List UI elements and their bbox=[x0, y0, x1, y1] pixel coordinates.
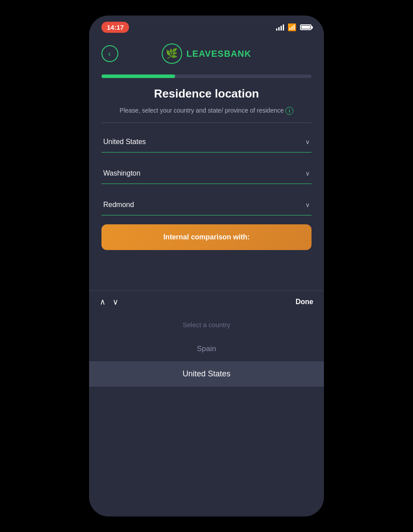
done-button[interactable]: Done bbox=[296, 298, 313, 306]
battery-icon bbox=[300, 24, 312, 30]
status-bar: 14:17 📶 bbox=[89, 16, 324, 36]
state-dropdown[interactable]: Washington ∨ bbox=[101, 161, 312, 184]
comparison-button-label: Internal comparison with: bbox=[164, 233, 250, 241]
state-chevron-icon: ∨ bbox=[305, 170, 310, 177]
city-value: Redmond bbox=[103, 201, 134, 209]
back-button[interactable]: ‹ bbox=[101, 45, 118, 62]
picker-item-united-states[interactable]: United States bbox=[89, 361, 324, 387]
main-content: Residence location Please, select your c… bbox=[89, 87, 324, 290]
logo-circle: 🌿 bbox=[162, 43, 182, 64]
back-arrow-icon: ‹ bbox=[108, 49, 111, 59]
picker-nav: ∧ ∨ bbox=[100, 297, 118, 307]
phone-frame: 14:17 📶 ‹ 🌿 LEAVESBANK Residenc bbox=[89, 16, 324, 516]
picker-toolbar: ∧ ∨ Done bbox=[89, 290, 324, 313]
divider bbox=[101, 122, 312, 123]
picker-list: Select a country Spain United States bbox=[89, 313, 324, 516]
comparison-button[interactable]: Internal comparison with: bbox=[101, 224, 312, 250]
page-title: Residence location bbox=[101, 87, 312, 101]
logo-leaf-icon: 🌿 bbox=[166, 48, 178, 59]
logo: 🌿 LEAVESBANK bbox=[162, 43, 251, 64]
header: ‹ 🌿 LEAVESBANK bbox=[89, 36, 324, 71]
wifi-icon: 📶 bbox=[288, 23, 296, 31]
page-subtitle: Please, select your country and state/ p… bbox=[101, 106, 312, 115]
progress-bar-container bbox=[89, 71, 324, 87]
country-chevron-icon: ∨ bbox=[305, 138, 310, 145]
country-dropdown[interactable]: United States ∨ bbox=[101, 130, 312, 153]
logo-text: LEAVESBANK bbox=[187, 49, 251, 59]
picker-up-button[interactable]: ∧ bbox=[100, 297, 105, 307]
picker-item-placeholder[interactable]: Select a country bbox=[89, 313, 324, 336]
status-time: 14:17 bbox=[101, 22, 129, 33]
progress-fill bbox=[101, 74, 175, 78]
status-icons: 📶 bbox=[276, 23, 312, 31]
state-value: Washington bbox=[103, 169, 140, 177]
city-chevron-icon: ∨ bbox=[305, 201, 310, 208]
progress-track bbox=[101, 74, 312, 78]
picker-down-button[interactable]: ∨ bbox=[113, 297, 118, 307]
country-value: United States bbox=[103, 138, 146, 146]
signal-icon bbox=[276, 24, 284, 31]
city-dropdown[interactable]: Redmond ∨ bbox=[101, 193, 312, 215]
picker-item-spain[interactable]: Spain bbox=[89, 336, 324, 361]
info-icon[interactable]: i bbox=[285, 107, 293, 115]
